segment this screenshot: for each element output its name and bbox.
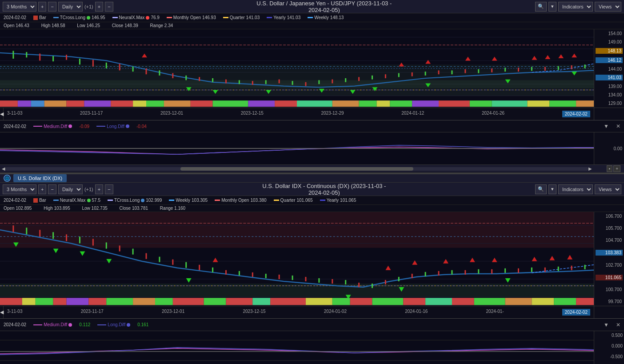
svg-rect-194	[306, 298, 332, 305]
indicators-select-bottom[interactable]: Indicators	[558, 184, 593, 194]
indicators-select-top[interactable]: Indicators	[558, 2, 593, 12]
sub-expand-bottom[interactable]: ▼	[604, 322, 609, 328]
search-dropdown-top[interactable]: ▾	[548, 2, 556, 12]
bar-icon	[33, 16, 38, 20]
svg-rect-206	[0, 331, 594, 364]
scroll-right-arrow[interactable]: ▶	[588, 166, 592, 171]
bottom-sub-svg	[0, 331, 594, 364]
legend-monthly: Monthly Open 146.93	[167, 15, 216, 20]
zoom-out-bottom[interactable]: −	[48, 184, 56, 194]
quarter-color-bottom	[274, 200, 279, 201]
bottom-date-axis: ◀ 3-11-03 2023-11-17 2023-12-01 2023-12-…	[0, 306, 624, 318]
sub-expand-top[interactable]: ▼	[604, 123, 609, 129]
chart-nav-buttons: ▪ +	[592, 165, 622, 172]
bottom-chart-canvas[interactable]	[0, 212, 594, 306]
svg-rect-182	[36, 298, 53, 305]
medium-diff-line-bottom	[33, 324, 42, 325]
search-btn-bottom[interactable]: 🔍	[535, 184, 547, 194]
long-diff-line	[96, 126, 105, 127]
svg-rect-197	[372, 298, 403, 305]
yearly-color-bottom	[320, 200, 325, 201]
medium-diff-value-bottom: 0.112	[79, 322, 90, 327]
sub-close-top[interactable]: ✕	[616, 123, 620, 129]
sub-zero-top: 0.00	[614, 146, 622, 151]
mult-plus-top[interactable]: +	[95, 2, 103, 12]
price-105: 105.700	[596, 226, 623, 231]
tcross-dot-bottom	[141, 199, 144, 202]
top-dates: 3-11-03 2023-11-17 2023-12-01 2023-12-15…	[4, 111, 594, 117]
mult-minus-bottom[interactable]: −	[105, 184, 113, 194]
ohlc-range-bottom: Range 1.160	[160, 206, 191, 211]
long-diff-value-bottom: 0.161	[137, 322, 148, 327]
nav-add-btn[interactable]: +	[613, 165, 620, 172]
monthly-color-bottom	[215, 200, 220, 201]
svg-rect-187	[133, 298, 155, 305]
bottom-sub-area: 0.500 0.000 -0.500 -1.000	[0, 331, 624, 364]
svg-rect-195	[332, 298, 350, 305]
legend-bar-top: Bar	[33, 15, 46, 20]
ohlc-low-top: Low 146.25	[77, 23, 105, 28]
scroll-left-top[interactable]: ◀	[0, 108, 4, 120]
legend-tcross: TCross.Long 146.95	[53, 15, 105, 20]
mult-plus-bottom[interactable]: +	[95, 184, 103, 194]
legend-monthly-bottom: Monthly Open 103.380	[215, 198, 266, 203]
long-diff-legend-bottom: Long.Diff	[97, 322, 130, 327]
long-diff-legend: Long.Diff	[96, 124, 129, 129]
zoom-in-bottom[interactable]: +	[38, 184, 46, 194]
price-106: 106.700	[596, 214, 623, 219]
timeframe-select-bottom[interactable]: 3 Months	[3, 184, 36, 194]
svg-rect-77	[18, 100, 31, 107]
ohlc-high-top: High 148.58	[41, 23, 71, 28]
sub-close-bottom[interactable]: ✕	[616, 322, 620, 328]
multiplier-bottom: (+1)	[84, 187, 93, 192]
bottom-sub-canvas[interactable]	[0, 331, 594, 364]
medium-diff-legend-bottom: Medium.Diff	[33, 322, 72, 327]
svg-rect-183	[53, 298, 67, 305]
price-101-highlight: 101.065	[596, 275, 623, 280]
scroll-left-bottom[interactable]: ◀	[0, 306, 4, 318]
long-diff-value: -0.04	[136, 124, 147, 129]
svg-rect-88	[248, 100, 275, 107]
zoom-out-top[interactable]: −	[48, 2, 56, 12]
svg-rect-101	[576, 100, 594, 107]
scroll-thumb-top[interactable]	[180, 167, 414, 171]
bottom-ohlc: Open 102.895 High 103.895 Low 102.735 Cl…	[0, 205, 624, 212]
top-panel: 3 Months + − Daily (+1) + − U.S. Dollar …	[0, 0, 624, 173]
sub-level-05: 0.500	[596, 333, 623, 338]
nav-chart-btn[interactable]: ▪	[607, 165, 613, 172]
top-date-axis: ◀ 3-11-03 2023-11-17 2023-12-01 2023-12-…	[0, 108, 624, 120]
scroll-track-top[interactable]	[5, 167, 588, 171]
bottom-dates: 3-11-03 2023-11-17 2023-12-01 2023-12-15…	[4, 309, 594, 316]
svg-rect-93	[376, 100, 390, 107]
svg-rect-200	[452, 298, 474, 305]
top-scroll[interactable]: ◀ ▶ ▪ +	[0, 164, 624, 172]
zoom-in-top[interactable]: +	[38, 2, 46, 12]
top-chart-canvas[interactable]	[0, 29, 594, 108]
svg-rect-185	[88, 298, 106, 305]
views-select-top[interactable]: Views	[595, 2, 621, 12]
svg-rect-199	[425, 298, 452, 305]
search-dropdown-bottom[interactable]: ▾	[548, 184, 556, 194]
ohlc-high-bottom: High 103.895	[44, 206, 76, 211]
top-sub-canvas[interactable]	[0, 132, 594, 164]
weekly-color	[308, 17, 313, 18]
views-select-bottom[interactable]: Views	[595, 184, 621, 194]
svg-rect-193	[270, 298, 306, 305]
top-sub-date: 2024-02-02	[4, 124, 26, 129]
interval-select-bottom[interactable]: Daily	[58, 184, 83, 194]
svg-rect-184	[67, 298, 89, 305]
svg-rect-91	[332, 100, 359, 107]
scroll-left-arrow[interactable]: ◀	[2, 166, 5, 171]
tcross-dot	[87, 16, 90, 20]
neuralx-dot	[146, 16, 149, 20]
svg-rect-192	[252, 298, 270, 305]
bar-icon-bottom	[33, 198, 38, 203]
mult-minus-top[interactable]: −	[105, 2, 113, 12]
interval-select-top[interactable]: Daily	[58, 2, 83, 12]
long-diff-dot-bottom	[127, 323, 130, 327]
svg-rect-78	[31, 100, 44, 107]
legend-weekly: Weekly 148.13	[308, 15, 344, 20]
search-btn-top[interactable]: 🔍	[535, 2, 547, 12]
timeframe-select-top[interactable]: 3 Months	[3, 2, 36, 12]
legend-quarter: Quarter 141.03	[223, 15, 260, 20]
